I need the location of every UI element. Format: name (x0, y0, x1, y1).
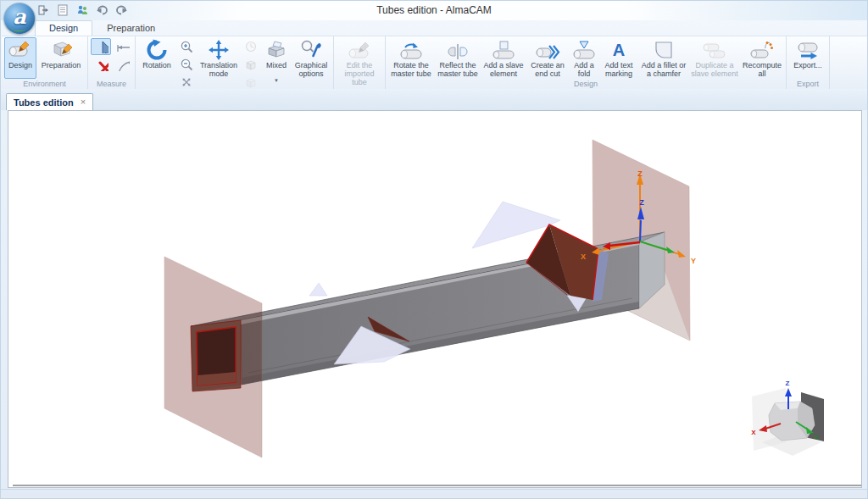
ribbon-button-recompute-all[interactable]: Recompute all (741, 37, 783, 79)
ribbon-button-zoom-out[interactable] (176, 56, 197, 73)
ribbon-button-clock[interactable] (241, 38, 261, 55)
delete-x-icon (93, 58, 108, 71)
zoom-fit-icon (179, 75, 194, 89)
viewport-3d[interactable]: Z Y X Z (8, 110, 862, 488)
text-marking-icon: A (606, 39, 632, 61)
ribbon-button-label: Duplicate a slave element (691, 61, 738, 78)
ribbon-group-label: Environment (4, 79, 85, 89)
ribbon-button-measure-flat[interactable] (112, 38, 132, 55)
end-cut-icon (535, 39, 560, 61)
translate-icon (206, 39, 231, 61)
select-arrow-icon (93, 40, 108, 53)
undo-button[interactable] (95, 3, 108, 17)
add-slave-icon (491, 39, 516, 61)
quick-access-toolbar (36, 3, 128, 17)
rotation-icon (144, 39, 170, 61)
ribbon-group-label: Design (388, 79, 783, 89)
session-button[interactable] (36, 3, 50, 17)
duplicate-slave-icon (702, 39, 727, 61)
env-design-icon (8, 39, 33, 61)
ribbon-button-preparation[interactable]: Preparation (37, 37, 85, 79)
ribbon-stack (176, 37, 197, 91)
chevron-down-icon: ▼ (274, 78, 279, 83)
ribbon-button-label: Add a fillet or a chamfer (641, 61, 687, 78)
reflect-master-icon (445, 39, 470, 61)
redo-button[interactable] (114, 3, 128, 17)
rotation-icon (144, 39, 170, 61)
recompute-icon (749, 39, 775, 61)
text-marking-icon: A (606, 39, 632, 61)
add-fold-icon (571, 39, 597, 61)
ribbon-button-rotation[interactable]: Rotation (138, 37, 175, 79)
clock-icon (243, 40, 259, 53)
ribbon-button-mixed[interactable]: Mixed▼ (262, 37, 291, 84)
ribbon-button-add-a-slave-element[interactable]: Add a slave element (481, 37, 526, 79)
zoom-out-icon (179, 58, 194, 71)
ribbon-button-measure-arc[interactable] (112, 56, 132, 73)
nav-z-label: Z (786, 380, 790, 387)
ribbon-button-label: Export... (791, 61, 825, 78)
ribbon-button-label: Recompute all (743, 61, 782, 78)
ribbon-button-add-text-marking[interactable]: AAdd text marking (599, 37, 638, 79)
ribbon-button-label: Edit the imported tube (338, 61, 381, 86)
nav-cube[interactable]: Z X Y (751, 380, 824, 456)
redo-icon (115, 4, 128, 16)
ribbon-button-label: Rotation (140, 61, 174, 78)
axis-z-blue-label: Z (639, 198, 644, 207)
ribbon-button-delete-x[interactable] (91, 56, 111, 73)
recompute-icon (749, 39, 775, 61)
close-icon[interactable]: × (81, 97, 86, 107)
ribbon-group-environment-0: DesignPreparationEnvironment (2, 36, 88, 89)
ribbon-button-cube[interactable] (241, 56, 261, 73)
reflect-master-icon (445, 39, 470, 61)
ribbon-button-select-arrow[interactable] (91, 38, 111, 55)
export-icon (795, 39, 821, 61)
measure-flat-icon (114, 40, 130, 53)
svg-text:A: A (613, 41, 625, 59)
ribbon-group-label: Export (789, 79, 826, 89)
ribbon-tab-design[interactable]: Design (35, 20, 92, 36)
document-tab-tubes-edition[interactable]: Tubes edition × (6, 93, 93, 110)
ribbon-button-label: Rotate the master tube (390, 61, 432, 78)
ribbon-button-label: Create an end cut (528, 61, 567, 78)
ribbon-button-label: Add a fold (571, 61, 597, 78)
ribbon-button-edit-the-imported-tube[interactable]: Edit the imported tube (337, 37, 382, 87)
ribbon-button-label: Add text marking (601, 61, 637, 78)
app-window: Tubes edition - AlmaCAM a (0, 0, 868, 499)
users-icon (76, 4, 88, 16)
ribbon-button-create-an-end-cut[interactable]: Create an end cut (526, 37, 569, 79)
end-cut-icon (535, 39, 560, 61)
ribbon-stack (241, 37, 261, 91)
status-strip (1, 489, 867, 499)
translate-icon (206, 39, 231, 61)
duplicate-slave-icon (702, 39, 727, 61)
rotate-master-icon (398, 39, 424, 61)
window-title: Tubes edition - AlmaCAM (1, 4, 867, 16)
app-menu-button[interactable]: a (3, 3, 36, 35)
ribbon-button-cube-faint[interactable] (241, 74, 261, 91)
small-notch-plane-top (309, 283, 327, 296)
notes-button[interactable] (56, 3, 70, 17)
ribbon-tab-preparation[interactable]: Preparation (92, 20, 170, 36)
mixed-icon (264, 39, 289, 61)
ribbon-button-zoom-fit[interactable] (176, 74, 197, 91)
env-preparation-icon (48, 39, 74, 61)
ribbon-button-rotate-the-master-tube[interactable]: Rotate the master tube (388, 37, 434, 79)
graphical-icon (298, 39, 324, 61)
ribbon-button-design[interactable]: Design (4, 37, 36, 79)
ribbon-button-add-a-fold[interactable]: Add a fold (570, 37, 598, 79)
ribbon-button-label: Preparation (39, 61, 83, 78)
ribbon-button-translation-mode[interactable]: Translation mode (198, 37, 240, 79)
ribbon-group-3d-display-2: RotationTranslation modeMixed▼Graphical … (136, 36, 334, 89)
cube-faint-icon (243, 75, 259, 89)
ribbon-group-export-5: Export...Export (787, 36, 830, 89)
ribbon-button-export[interactable]: Export... (789, 37, 826, 79)
ribbon-button-duplicate-a-slave-element[interactable]: Duplicate a slave element (689, 37, 740, 79)
ribbon-button-graphical-options[interactable]: Graphical options (292, 37, 331, 79)
ribbon-button-reflect-the-master-tube[interactable]: Reflect the master tube (435, 37, 481, 79)
users-button[interactable] (75, 3, 89, 17)
rotate-master-icon (398, 39, 424, 61)
login-icon (37, 4, 49, 16)
ribbon-button-add-a-fillet-or-a-chamfer[interactable]: Add a fillet or a chamfer (639, 37, 688, 79)
ribbon-button-zoom-in[interactable] (176, 38, 197, 55)
